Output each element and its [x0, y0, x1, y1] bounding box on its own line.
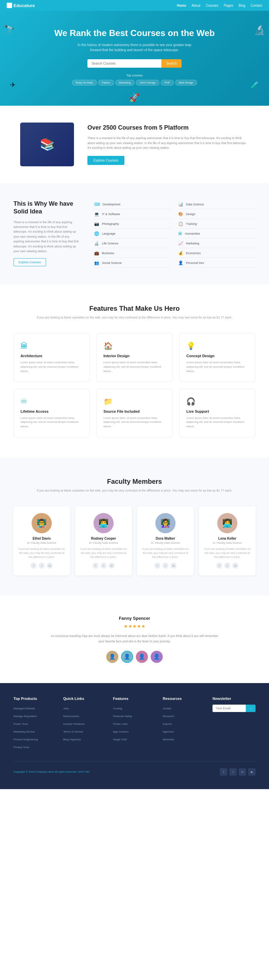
faculty-social-1: f t in — [79, 563, 128, 569]
faculty-desc-3: If you are looking at blank cassettes on… — [203, 547, 252, 559]
footer-social-tw[interactable]: t — [229, 768, 237, 776]
footer-link-0-2[interactable]: Power Tools — [13, 722, 28, 725]
social-li-3[interactable]: in — [233, 563, 238, 569]
why-icon-10: 💼 — [94, 251, 99, 256]
footer-col-title-2: Features — [113, 697, 156, 701]
faculty-card-0: 👨‍🏫 Ethel Davis Sr. Faculty Data Science… — [13, 506, 70, 575]
footer-link-1-0[interactable]: Jobs — [63, 707, 69, 710]
explore-courses-button[interactable]: Explore Courses — [87, 156, 124, 165]
footer: Top Products Managed Website Manage Repu… — [0, 683, 269, 789]
social-fb-2[interactable]: f — [154, 563, 160, 569]
social-li-2[interactable]: in — [171, 563, 177, 569]
testimonial-avatar-2[interactable]: 👤 — [136, 651, 148, 663]
faculty-card-1: 👨‍💻 Rodney Cooper Sr. Faculty Data Scien… — [75, 506, 132, 575]
social-tw-0[interactable]: t — [39, 563, 45, 569]
why-cat-13: Personal Dev — [186, 261, 204, 265]
nav-contact[interactable]: Contact — [251, 4, 262, 7]
why-icon-7: 🏛 — [178, 231, 182, 236]
why-cat-0: Development — [103, 203, 120, 206]
nav-blog[interactable]: Blog — [239, 4, 245, 7]
nav-about[interactable]: About — [191, 4, 200, 7]
testimonial-avatars: 👤 👤 👤 👤 — [13, 651, 256, 663]
testimonial-avatar-1[interactable]: 👤 — [121, 651, 133, 663]
why-cat-9: Marketing — [186, 242, 199, 245]
footer-link-2-3[interactable]: App Connect — [113, 730, 128, 733]
footer-copyright-link[interactable]: JUST INC — [78, 770, 90, 773]
courses-image: 📚 — [20, 123, 74, 166]
testimonial-name: Fanny Spencer — [13, 616, 256, 621]
newsletter-button[interactable]: → — [246, 705, 256, 712]
footer-link-3-3[interactable]: Agencies — [163, 730, 174, 733]
social-tw-1[interactable]: t — [101, 563, 107, 569]
search-button[interactable]: Search — [161, 59, 182, 68]
why-item-13: 👤 Personal Dev — [178, 259, 256, 268]
footer-link-1-1[interactable]: Brand Assets — [63, 715, 79, 718]
footer-link-0-5[interactable]: Privacy Tools — [13, 746, 29, 749]
feature-title-3: Lifetime Access — [21, 409, 83, 414]
faculty-social-3: f t in — [203, 563, 252, 569]
social-fb-3[interactable]: f — [216, 563, 222, 569]
footer-social-yt[interactable]: ▶ — [248, 768, 256, 776]
social-fb-1[interactable]: f — [92, 563, 98, 569]
testimonial-avatar-0[interactable]: 👤 — [106, 651, 119, 663]
footer-link-0-3[interactable]: Marketing Service — [13, 730, 35, 733]
feature-desc-5: Lorem ipsum dolor sit amet consectetur t… — [186, 416, 248, 429]
footer-link-1-3[interactable]: Terms of Service — [63, 730, 83, 733]
nav-pages[interactable]: Pages — [224, 4, 233, 7]
tag-0[interactable]: Ruby On Rails — [72, 80, 97, 86]
footer-bottom: Copyright © 2018 Company name All rights… — [13, 761, 256, 776]
newsletter-input[interactable] — [212, 705, 246, 712]
footer-link-2-0[interactable]: Cooling — [113, 707, 122, 710]
faculty-social-2: f t in — [141, 563, 190, 569]
why-explore-button[interactable]: Explore Courses — [13, 258, 46, 266]
footer-col-2: Features Cooling Financial Safety Power … — [113, 697, 156, 751]
social-li-1[interactable]: in — [109, 563, 115, 569]
footer-col-1: Quick Links Jobs Brand Assets Investor R… — [63, 697, 106, 751]
tag-5[interactable]: Web Design — [175, 80, 197, 86]
footer-link-0-1[interactable]: Manage Reputation — [13, 715, 37, 718]
social-li-0[interactable]: in — [47, 563, 53, 569]
nav-courses[interactable]: Courses — [206, 4, 218, 7]
top-courses-label: Top courses — [7, 74, 262, 77]
footer-link-2-1[interactable]: Financial Safety — [113, 715, 132, 718]
courses-text: Over 2500 Courses from 5 Platform There … — [87, 124, 249, 165]
why-cat-6: Language — [102, 232, 116, 235]
tag-4[interactable]: PHP — [161, 80, 174, 86]
footer-socials: f t in ▶ — [220, 768, 256, 776]
why-icon-13: 👤 — [178, 261, 183, 265]
footer-link-1-4[interactable]: Blog Organizer — [63, 738, 81, 741]
footer-link-3-1[interactable]: Research — [163, 715, 174, 718]
footer-link-0-0[interactable]: Managed Website — [13, 707, 35, 710]
feature-icon-5: 🎧 — [186, 397, 248, 406]
tag-1[interactable]: Python — [98, 80, 114, 86]
footer-link-3-4[interactable]: Advertise — [163, 738, 174, 741]
footer-link-2-4[interactable]: Single Click — [113, 738, 127, 741]
testimonial-avatar-3[interactable]: 👤 — [150, 651, 163, 663]
social-fb-0[interactable]: f — [31, 563, 36, 569]
feature-title-5: Live Support — [186, 409, 248, 414]
tag-2[interactable]: Marketing — [116, 80, 134, 86]
feature-icon-2: 💡 — [186, 342, 248, 350]
search-input[interactable] — [87, 59, 161, 68]
footer-link-3-2[interactable]: Experts — [163, 722, 172, 725]
why-item-4: 📷 Photography — [94, 220, 171, 229]
course-tags: Ruby On Rails Python Marketing UI/UX Des… — [7, 80, 262, 86]
faculty-avatar-3: 👩‍💻 — [217, 513, 237, 533]
footer-col-0: Top Products Managed Website Manage Repu… — [13, 697, 57, 751]
footer-col-links-2: Cooling Financial Safety Power Links App… — [113, 705, 156, 741]
footer-social-in[interactable]: in — [239, 768, 246, 776]
footer-link-1-2[interactable]: Investor Relations — [63, 722, 85, 725]
footer-link-2-2[interactable]: Power Links — [113, 722, 128, 725]
footer-link-0-4[interactable]: Product Engineering — [13, 738, 38, 741]
tag-3[interactable]: UI/UX Design — [136, 80, 159, 86]
hero-section: 🔭 🔬 We Rank the Best Courses on the Web … — [0, 11, 269, 106]
features-section: Features That Make Us Hero If you are lo… — [0, 285, 269, 458]
nav-home[interactable]: Home — [177, 4, 186, 7]
social-tw-3[interactable]: t — [224, 563, 230, 569]
social-tw-2[interactable]: t — [162, 563, 168, 569]
footer-social-fb[interactable]: f — [220, 768, 227, 776]
feature-desc-4: Lorem ipsum dolor sit amet consectetur t… — [104, 416, 166, 429]
logo-icon — [7, 3, 12, 8]
footer-link-3-0[interactable]: Guides — [163, 707, 171, 710]
why-icon-3: 🎨 — [178, 212, 183, 216]
